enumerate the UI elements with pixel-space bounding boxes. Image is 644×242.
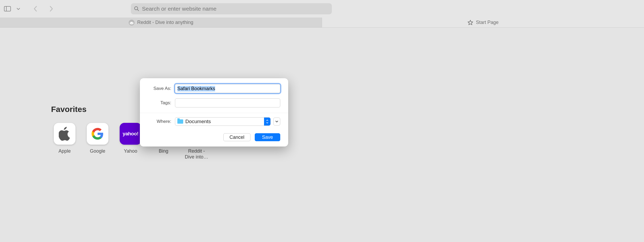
nav-arrows [31, 3, 55, 15]
favorite-label: Google [84, 148, 111, 154]
favorite-label: Yahoo [117, 148, 144, 154]
cancel-button[interactable]: Cancel [223, 133, 250, 141]
save-as-field[interactable]: Safari Bookmarks [175, 84, 280, 93]
sidebar-toggle-button[interactable] [2, 3, 13, 15]
tab-bar: Reddit - Dive into anything Start Page [0, 18, 644, 28]
tab-start-page[interactable]: Start Page [322, 18, 644, 27]
where-label: Where: [148, 119, 171, 124]
back-button[interactable] [31, 3, 39, 15]
save-as-value: Safari Bookmarks [177, 86, 215, 91]
tab-label: Reddit - Dive into anything [137, 20, 193, 25]
reddit-icon [129, 20, 135, 26]
favorite-google[interactable]: Google [84, 123, 111, 160]
yahoo-icon: yahoo! [123, 131, 138, 137]
folder-icon [177, 119, 183, 124]
search-icon [134, 6, 139, 11]
separator [140, 113, 288, 113]
start-page-content: Favorites Apple Google yahoo! [0, 28, 644, 242]
svg-point-6 [132, 22, 133, 23]
expand-save-panel-button[interactable] [273, 118, 280, 126]
google-icon [91, 127, 104, 140]
where-select[interactable]: Documents [175, 117, 271, 126]
address-bar[interactable] [131, 3, 332, 14]
save-as-label: Save As: [148, 86, 171, 91]
star-icon [467, 20, 473, 26]
svg-line-3 [137, 10, 139, 11]
save-button[interactable]: Save [255, 133, 280, 141]
tags-field[interactable] [175, 98, 280, 107]
where-value: Documents [185, 119, 211, 124]
forward-button[interactable] [47, 3, 55, 15]
favorites-row: Apple Google yahoo! Yahoo B Bing [51, 123, 593, 160]
apple-icon [59, 127, 70, 141]
tab-reddit[interactable]: Reddit - Dive into anything [0, 18, 322, 27]
tab-group-dropdown-button[interactable] [14, 3, 23, 15]
tags-label: Tags: [148, 100, 171, 106]
favorites-heading: Favorites [51, 105, 593, 114]
save-dialog: Save As: Safari Bookmarks Tags: Where: D… [140, 78, 288, 147]
favorite-apple[interactable]: Apple [51, 123, 78, 160]
favorite-label: Bing [150, 148, 177, 154]
svg-point-2 [135, 7, 138, 10]
address-input[interactable] [142, 6, 329, 12]
select-stepper-icon [264, 118, 270, 126]
favorite-label: Apple [51, 148, 78, 154]
svg-point-5 [131, 22, 131, 23]
tab-label: Start Page [476, 20, 499, 25]
toolbar [0, 0, 644, 18]
svg-rect-0 [4, 6, 11, 11]
svg-marker-7 [468, 20, 473, 24]
favorite-label: Reddit - Dive into… [183, 148, 210, 160]
